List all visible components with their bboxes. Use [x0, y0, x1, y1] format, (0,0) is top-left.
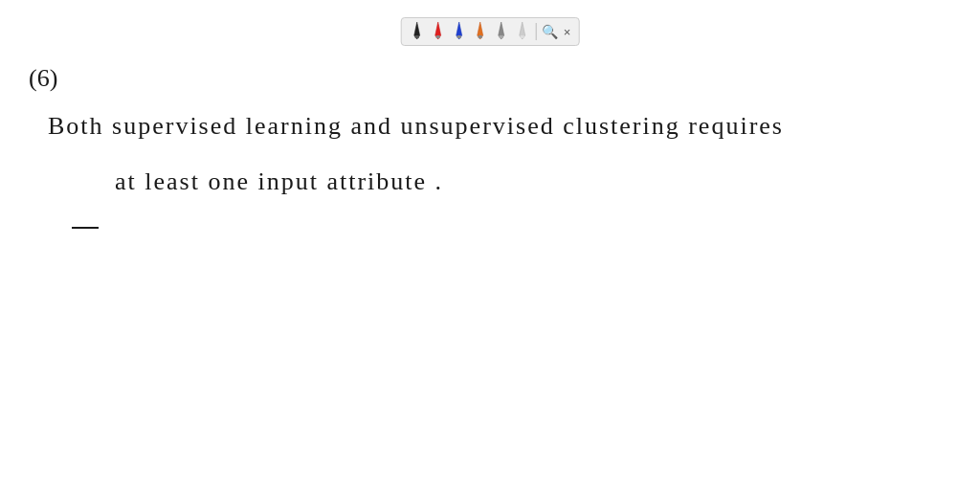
pen-gray-tool[interactable] [492, 21, 511, 42]
text-line-2: at least one input attribute . [115, 167, 443, 196]
drawing-toolbar[interactable]: 🔍 × [401, 17, 580, 46]
svg-rect-1 [415, 35, 419, 38]
svg-rect-7 [479, 35, 482, 38]
pen-blue-tool[interactable] [450, 21, 469, 42]
svg-rect-5 [457, 35, 461, 38]
svg-rect-3 [436, 35, 440, 38]
close-button[interactable]: × [562, 25, 573, 39]
pen-lightgray-tool[interactable] [513, 21, 532, 42]
search-icon[interactable]: 🔍 [541, 21, 560, 42]
text-line-1: Both supervised learning and unsupervise… [48, 112, 784, 141]
pen-red-tool[interactable] [429, 21, 448, 42]
toolbar-separator [536, 23, 537, 40]
svg-rect-11 [521, 35, 524, 38]
question-number: (6) [29, 64, 57, 93]
underline-mark [72, 227, 99, 229]
whiteboard-content: (6) Both supervised learning and unsuper… [19, 53, 961, 471]
svg-rect-9 [500, 35, 503, 38]
pen-black-tool[interactable] [408, 21, 427, 42]
pen-orange-tool[interactable] [471, 21, 490, 42]
